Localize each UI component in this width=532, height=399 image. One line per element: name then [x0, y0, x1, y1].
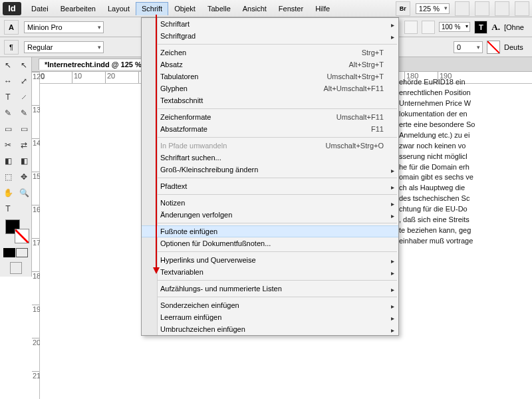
scale-x-icon[interactable] — [404, 21, 418, 34]
menuitem-31[interactable]: Umbruchzeichen einfügen▸ — [142, 323, 398, 335]
submenu-arrow-icon: ▸ — [391, 167, 394, 174]
character-mode-icon[interactable]: A — [4, 20, 19, 35]
menuitem-0[interactable]: Schriftart▸ — [142, 18, 398, 30]
tool-7[interactable]: ✎ — [16, 105, 32, 121]
bridge-icon[interactable]: Br — [396, 1, 410, 16]
menuitem-29[interactable]: Sonderzeichen einfügen▸ — [142, 299, 398, 311]
menuitem-21[interactable]: Fußnote einfügen — [142, 225, 398, 237]
menuitem-25[interactable]: Textvariablen▸ — [142, 266, 398, 278]
scale-pct[interactable]: 100 % — [439, 22, 470, 32]
apply-color-icon[interactable] — [3, 248, 15, 257]
menu-tabelle[interactable]: Tabelle — [201, 2, 237, 15]
scale-y-icon[interactable] — [422, 21, 435, 34]
submenu-arrow-icon: ▸ — [391, 315, 394, 322]
screenmode-icon[interactable] — [10, 262, 22, 274]
tool-6[interactable]: ✎ — [0, 105, 16, 121]
numeric-combo[interactable]: 0 — [454, 41, 483, 53]
menu-ansicht[interactable]: Ansicht — [237, 2, 273, 15]
zoom-combo[interactable]: 125 % — [416, 3, 450, 14]
submenu-arrow-icon: ▸ — [391, 303, 394, 310]
tool-10[interactable]: ✂ — [0, 137, 16, 153]
tool-14[interactable]: ⬚ — [0, 169, 16, 185]
tool-4[interactable]: T — [0, 89, 16, 105]
document-tab[interactable]: *Internetrecht.indd @ 125 % — [39, 59, 148, 70]
menuitem-7[interactable]: Textabschnitt — [142, 94, 398, 106]
tool-12[interactable]: ◧ — [0, 153, 16, 169]
tool-15[interactable]: ✥ — [16, 169, 32, 185]
menu-schrift[interactable]: Schrift — [136, 2, 168, 15]
menuitem-4[interactable]: AbsatzAlt+Strg+T — [142, 59, 398, 70]
viewmode-icon-2[interactable] — [475, 1, 489, 16]
menu-layout[interactable]: Layout — [102, 2, 136, 15]
submenu-arrow-icon: ▸ — [391, 327, 394, 334]
submenu-arrow-icon: ▸ — [391, 269, 394, 277]
charstyle-icon: A. — [491, 22, 500, 33]
text-frame[interactable]: ehörde EuRID18 einenrechtlichen Position… — [399, 77, 532, 247]
tool-3[interactable]: ⤢ — [16, 73, 32, 89]
tool-0[interactable]: ↖ — [0, 57, 16, 73]
viewmode-icon-1[interactable] — [455, 1, 469, 16]
menu-hilfe[interactable]: Hilfe — [309, 2, 336, 15]
menuitem-13[interactable]: Schriftart suchen... — [142, 152, 398, 164]
vertical-ruler: 120130140150160170180190200210 — [32, 72, 40, 399]
tool-5[interactable]: ⟋ — [16, 89, 32, 105]
menuitem-12: In Pfade umwandelnUmschalt+Strg+O — [142, 140, 398, 152]
font-weight-combo[interactable]: Regular — [24, 41, 104, 53]
menuitem-6[interactable]: GlyphenAlt+Umschalt+F11 — [142, 82, 398, 94]
text-stroke-swatch[interactable] — [487, 41, 500, 54]
language-label: Deuts — [504, 43, 528, 51]
menuitem-19[interactable]: Änderungen verfolgen▸ — [142, 209, 398, 221]
text-fill-icon[interactable]: T — [474, 21, 487, 34]
menuitem-16[interactable]: Pfadtext▸ — [142, 180, 398, 192]
menuitem-24[interactable]: Hyperlinks und Querverweise▸ — [142, 254, 398, 266]
menu-bearbeiten[interactable]: Bearbeiten — [55, 2, 102, 15]
tool-11[interactable]: ⇄ — [16, 137, 32, 153]
menuitem-10[interactable]: AbsatzformateF11 — [142, 123, 398, 135]
menuitem-1[interactable]: Schriftgrad▸ — [142, 30, 398, 42]
paragraph-mode-icon[interactable]: ¶ — [4, 40, 19, 55]
tool-2[interactable]: ↔ — [0, 73, 16, 89]
submenu-arrow-icon: ▸ — [391, 200, 394, 207]
menuitem-30[interactable]: Leerraum einfügen▸ — [142, 311, 398, 323]
menu-objekt[interactable]: Objekt — [168, 2, 201, 15]
menuitem-9[interactable]: ZeichenformateUmschalt+F11 — [142, 111, 398, 123]
menuitem-14[interactable]: Groß-/Kleinschreibung ändern▸ — [142, 164, 398, 176]
tool-9[interactable]: ▭ — [16, 121, 32, 137]
menu-bar: Id Datei Bearbeiten Layout Schrift Objek… — [0, 0, 532, 17]
font-family-combo[interactable]: Minion Pro — [24, 21, 104, 33]
submenu-arrow-icon: ▸ — [391, 33, 394, 41]
tool-16[interactable]: ✋ — [0, 185, 16, 201]
submenu-arrow-icon: ▸ — [391, 21, 394, 29]
viewmode-icon-4[interactable] — [515, 1, 529, 16]
annotation-arrow — [154, 15, 160, 274]
menuitem-5[interactable]: TabulatorenUmschalt+Strg+T — [142, 70, 398, 82]
menu-datei[interactable]: Datei — [25, 2, 55, 15]
tool-17[interactable]: 🔍 — [16, 185, 32, 201]
submenu-arrow-icon: ▸ — [391, 212, 394, 219]
tool-18[interactable]: T — [0, 201, 16, 217]
menuitem-18[interactable]: Notizen▸ — [142, 197, 398, 209]
viewmode-icon-3[interactable] — [495, 1, 509, 16]
menuitem-3[interactable]: ZeichenStrg+T — [142, 47, 398, 59]
schrift-dropdown: Schriftart▸Schriftgrad▸ZeichenStrg+TAbsa… — [141, 17, 399, 336]
submenu-arrow-icon: ▸ — [391, 286, 394, 293]
menu-fenster[interactable]: Fenster — [273, 2, 309, 15]
tools-panel: ↖↖↔⤢T⟋✎✎▭▭✂⇄◧◧⬚✥✋🔍T — [0, 57, 32, 277]
stroke-swatch[interactable] — [15, 229, 29, 243]
color-swatch-box[interactable] — [3, 219, 29, 243]
tool-1[interactable]: ↖ — [16, 57, 32, 73]
submenu-arrow-icon: ▸ — [391, 184, 394, 191]
apply-none-icon[interactable] — [16, 248, 28, 257]
charstyle-label: [Ohne — [504, 23, 528, 31]
tool-13[interactable]: ◧ — [16, 153, 32, 169]
submenu-arrow-icon: ▸ — [391, 257, 394, 265]
tool-8[interactable]: ▭ — [0, 121, 16, 137]
menuitem-27[interactable]: Aufzählungs- und nummerierte Listen▸ — [142, 283, 398, 295]
menuitem-22[interactable]: Optionen für Dokumentfußnoten... — [142, 237, 398, 249]
app-logo: Id — [3, 2, 21, 15]
